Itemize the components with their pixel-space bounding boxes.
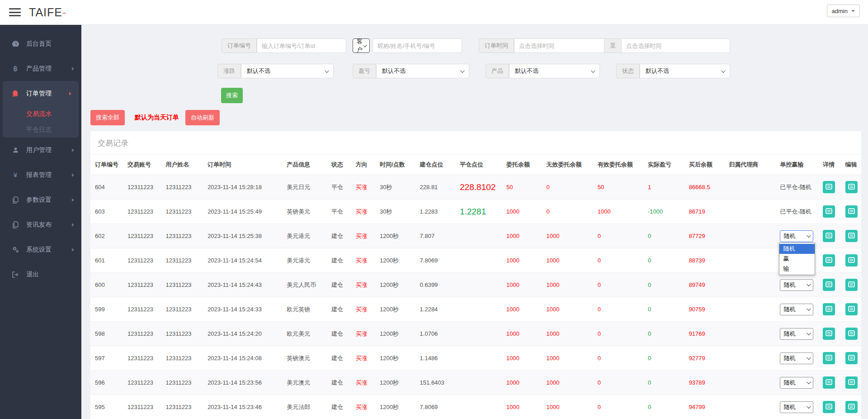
cell-duration: 1200秒 <box>375 297 415 322</box>
search-button[interactable]: 搜索 <box>221 88 243 103</box>
table-row: 59912311223123112232023-11-14 15:24:33欧元… <box>90 297 861 322</box>
sidebar-subitem-trade-flow[interactable]: 交易流水 <box>3 106 79 122</box>
sign-out-icon <box>11 271 20 278</box>
chevron-right-icon <box>72 173 74 177</box>
detail-button[interactable] <box>823 205 835 218</box>
detail-button[interactable] <box>823 181 835 193</box>
cell-profit: 0 <box>643 395 684 419</box>
sidebar-item-dashboard[interactable]: 后台首页 <box>0 31 81 56</box>
sidebar-item-users[interactable]: 用户管理 <box>0 138 81 162</box>
cell-open-point: 7.8069 <box>415 248 456 273</box>
cell-user-name: 12311223 <box>161 200 203 224</box>
detail-button[interactable] <box>823 352 835 364</box>
sidebar-item-label: 退出 <box>26 271 39 279</box>
cell-close-point: 228.8102 <box>455 175 502 200</box>
chevron-down-icon <box>851 10 855 12</box>
chevron-right-icon <box>72 67 74 71</box>
cell-order-id: 596 <box>90 371 123 395</box>
status-select[interactable]: 默认不选 <box>640 64 730 78</box>
edit-button[interactable] <box>845 254 858 267</box>
cell-duration: 1200秒 <box>375 371 415 395</box>
cell-order-time: 2023-11-14 15:23:46 <box>203 395 282 419</box>
list-icon <box>848 379 855 387</box>
edit-button[interactable] <box>845 230 858 242</box>
sidebar-item-params[interactable]: 参数设置 <box>0 187 81 212</box>
table-row: 59812311223123112232023-11-14 15:24:20欧元… <box>90 322 861 346</box>
detail-button[interactable] <box>823 401 835 413</box>
zhangdie-select[interactable]: 默认不选 <box>241 64 334 78</box>
time-from-input[interactable] <box>514 38 604 53</box>
win-lose-select[interactable]: 随机 <box>780 377 813 389</box>
detail-button[interactable] <box>823 328 835 340</box>
cell-profit: 0 <box>643 346 684 371</box>
cell-edit <box>841 395 861 419</box>
cell-detail <box>818 322 840 346</box>
win-lose-select[interactable]: 随机 <box>780 352 813 364</box>
sidebar-item-logout[interactable]: 退出 <box>0 262 81 287</box>
option-lose[interactable]: 输 <box>779 264 815 274</box>
time-to-input[interactable] <box>621 38 730 53</box>
product-select[interactable]: 默认不选 <box>509 64 600 78</box>
option-random[interactable]: 随机 <box>779 244 815 254</box>
hamburger-menu-icon[interactable] <box>9 8 21 16</box>
detail-button[interactable] <box>823 279 835 291</box>
sidebar-item-orders[interactable]: 订单管理 <box>3 81 79 106</box>
sidebar-subitem-close-log[interactable]: 平仓日志 <box>3 122 79 138</box>
cell-valid-entrust: 50 <box>593 175 643 200</box>
edit-button[interactable] <box>845 303 858 315</box>
win-lose-select[interactable]: 随机 <box>780 279 813 291</box>
cell-entrust-balance: 1000 <box>502 200 542 224</box>
bitcoin-icon: ฿ <box>11 64 20 73</box>
edit-button[interactable] <box>845 352 858 364</box>
edit-button[interactable] <box>845 401 858 413</box>
sidebar-item-news[interactable]: 资讯发布 <box>0 212 81 237</box>
trade-records-panel: 交易记录 订单编号交易账号用户姓名订单时间产品信息状态方向时间/点数建仓点位平仓… <box>90 131 861 419</box>
cell-agent <box>724 273 775 297</box>
cell-detail <box>818 248 840 273</box>
customer-type-select[interactable]: 客户 <box>353 38 370 53</box>
sidebar-item-products[interactable]: ฿ 产品管理 <box>0 56 81 81</box>
edit-button[interactable] <box>845 376 858 389</box>
edit-button[interactable] <box>845 205 858 218</box>
sidebar-item-system[interactable]: 系统设置 <box>0 237 81 262</box>
cell-account: 12311223 <box>123 224 161 248</box>
cell-order-id: 602 <box>90 224 123 248</box>
detail-button[interactable] <box>823 230 835 242</box>
cell-status: 建仓 <box>327 297 351 322</box>
product-group: 产品 默认不选 <box>486 64 600 78</box>
detail-button[interactable] <box>823 303 835 315</box>
win-lose-select[interactable]: 随机 <box>780 401 813 413</box>
cell-account: 12311223 <box>123 200 161 224</box>
list-icon <box>826 281 832 289</box>
edit-button[interactable] <box>845 328 858 340</box>
chevron-right-icon <box>69 92 71 95</box>
edit-button[interactable] <box>845 181 858 193</box>
detail-button[interactable] <box>823 254 835 267</box>
status-value: 默认不选 <box>646 67 669 75</box>
order-time-group: 订单时间 至 <box>479 38 730 53</box>
search-all-button[interactable]: 搜索全部 <box>90 110 125 125</box>
edit-button[interactable] <box>845 279 858 291</box>
sidebar-item-reports[interactable]: ¥ 报表管理 <box>0 162 81 187</box>
cell-account: 12311223 <box>123 371 161 395</box>
list-icon <box>826 183 832 191</box>
win-lose-select[interactable]: 随机 <box>780 304 813 315</box>
column-header: 产品信息 <box>282 155 327 175</box>
cell-status: 建仓 <box>327 273 351 297</box>
cell-direction: 买涨 <box>351 346 376 371</box>
status-group: 状态 默认不选 <box>616 64 730 78</box>
cell-direction: 买涨 <box>351 273 376 297</box>
order-no-input[interactable] <box>257 38 346 53</box>
cell-detail <box>818 297 840 322</box>
yingkui-select[interactable]: 默认不选 <box>376 64 469 78</box>
win-lose-select[interactable]: 随机 <box>780 328 813 340</box>
list-icon <box>848 330 855 338</box>
auto-refresh-button[interactable]: 自动刷新 <box>185 110 220 125</box>
cell-detail <box>818 175 840 200</box>
user-menu-button[interactable]: admin <box>827 5 860 17</box>
detail-button[interactable] <box>823 376 835 389</box>
win-lose-select[interactable]: 随机 <box>780 230 813 242</box>
option-win[interactable]: 赢 <box>779 254 815 264</box>
customer-input[interactable] <box>373 38 462 53</box>
cell-open-point: 1.2284 <box>415 297 456 322</box>
